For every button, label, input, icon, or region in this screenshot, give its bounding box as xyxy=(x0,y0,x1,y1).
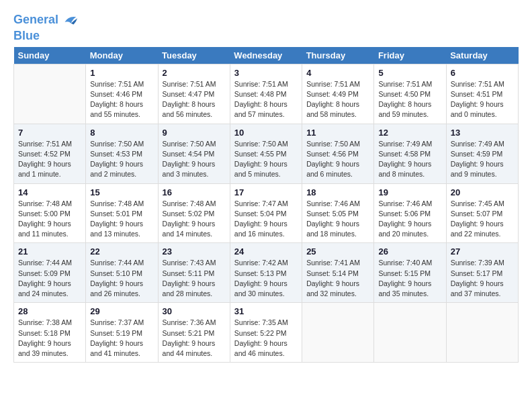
day-number: 18 xyxy=(306,187,369,197)
day-number: 21 xyxy=(18,246,81,257)
day-info: Sunrise: 7:48 AMSunset: 5:02 PMDaylight:… xyxy=(163,199,226,240)
day-number: 4 xyxy=(306,68,369,78)
day-number: 19 xyxy=(378,187,441,197)
calendar-cell: 22Sunrise: 7:44 AMSunset: 5:10 PMDayligh… xyxy=(86,243,158,303)
day-info: Sunrise: 7:43 AMSunset: 5:11 PMDaylight:… xyxy=(163,258,226,299)
day-number: 15 xyxy=(90,187,153,197)
day-info: Sunrise: 7:51 AMSunset: 4:48 PMDaylight:… xyxy=(234,79,298,120)
calendar-cell: 7Sunrise: 7:51 AMSunset: 4:52 PMDaylight… xyxy=(14,124,86,183)
day-info: Sunrise: 7:38 AMSunset: 5:18 PMDaylight:… xyxy=(18,318,81,359)
day-info: Sunrise: 7:50 AMSunset: 4:54 PMDaylight:… xyxy=(163,139,226,180)
day-number: 1 xyxy=(90,68,153,78)
day-info: Sunrise: 7:51 AMSunset: 4:51 PMDaylight:… xyxy=(451,79,514,120)
calendar-cell: 30Sunrise: 7:36 AMSunset: 5:21 PMDayligh… xyxy=(158,303,230,363)
day-info: Sunrise: 7:50 AMSunset: 4:56 PMDaylight:… xyxy=(306,139,369,180)
logo-text: General xyxy=(13,13,58,27)
day-info: Sunrise: 7:51 AMSunset: 4:50 PMDaylight:… xyxy=(378,79,441,120)
day-info: Sunrise: 7:50 AMSunset: 4:53 PMDaylight:… xyxy=(90,139,153,180)
day-info: Sunrise: 7:42 AMSunset: 5:13 PMDaylight:… xyxy=(234,258,298,299)
day-number: 3 xyxy=(234,68,298,78)
column-header-thursday: Thursday xyxy=(302,47,374,64)
page-container: General Blue SundayMondayTuesdayWednesda… xyxy=(0,0,532,369)
calendar-cell: 15Sunrise: 7:48 AMSunset: 5:01 PMDayligh… xyxy=(86,183,158,243)
column-header-sunday: Sunday xyxy=(14,47,86,64)
calendar-cell xyxy=(302,303,374,363)
day-info: Sunrise: 7:45 AMSunset: 5:07 PMDaylight:… xyxy=(451,199,514,240)
calendar-cell: 10Sunrise: 7:50 AMSunset: 4:55 PMDayligh… xyxy=(230,124,302,183)
day-info: Sunrise: 7:41 AMSunset: 5:14 PMDaylight:… xyxy=(306,258,369,299)
day-number: 10 xyxy=(234,128,298,138)
day-number: 16 xyxy=(163,187,226,197)
day-info: Sunrise: 7:39 AMSunset: 5:17 PMDaylight:… xyxy=(451,258,514,299)
calendar-cell xyxy=(446,303,518,363)
day-number: 24 xyxy=(234,246,298,257)
calendar-cell: 5Sunrise: 7:51 AMSunset: 4:50 PMDaylight… xyxy=(374,64,446,124)
day-info: Sunrise: 7:46 AMSunset: 5:05 PMDaylight:… xyxy=(306,199,369,240)
calendar-table: SundayMondayTuesdayWednesdayThursdayFrid… xyxy=(13,47,519,363)
week-row-1: 1Sunrise: 7:51 AMSunset: 4:46 PMDaylight… xyxy=(14,64,519,124)
week-row-5: 28Sunrise: 7:38 AMSunset: 5:18 PMDayligh… xyxy=(14,303,519,363)
day-number: 7 xyxy=(18,128,81,138)
calendar-cell: 9Sunrise: 7:50 AMSunset: 4:54 PMDaylight… xyxy=(158,124,230,183)
week-row-3: 14Sunrise: 7:48 AMSunset: 5:00 PMDayligh… xyxy=(14,183,519,243)
day-info: Sunrise: 7:37 AMSunset: 5:19 PMDaylight:… xyxy=(90,318,153,359)
column-header-wednesday: Wednesday xyxy=(230,47,302,64)
day-info: Sunrise: 7:51 AMSunset: 4:47 PMDaylight:… xyxy=(163,79,226,120)
calendar-cell: 12Sunrise: 7:49 AMSunset: 4:58 PMDayligh… xyxy=(374,124,446,183)
day-number: 14 xyxy=(18,187,81,197)
day-number: 12 xyxy=(378,128,441,138)
logo: General Blue xyxy=(13,11,79,43)
column-header-tuesday: Tuesday xyxy=(158,47,230,64)
week-row-2: 7Sunrise: 7:51 AMSunset: 4:52 PMDaylight… xyxy=(14,124,519,183)
day-number: 22 xyxy=(90,246,153,257)
day-number: 11 xyxy=(306,128,369,138)
calendar-cell: 13Sunrise: 7:49 AMSunset: 4:59 PMDayligh… xyxy=(446,124,518,183)
day-number: 28 xyxy=(18,306,81,316)
calendar-cell: 31Sunrise: 7:35 AMSunset: 5:22 PMDayligh… xyxy=(230,303,302,363)
calendar-cell: 14Sunrise: 7:48 AMSunset: 5:00 PMDayligh… xyxy=(14,183,86,243)
logo-bird-icon xyxy=(60,11,79,30)
header-row: SundayMondayTuesdayWednesdayThursdayFrid… xyxy=(14,47,519,64)
calendar-cell: 8Sunrise: 7:50 AMSunset: 4:53 PMDaylight… xyxy=(86,124,158,183)
day-number: 13 xyxy=(451,128,514,138)
day-info: Sunrise: 7:35 AMSunset: 5:22 PMDaylight:… xyxy=(234,318,298,359)
calendar-cell: 24Sunrise: 7:42 AMSunset: 5:13 PMDayligh… xyxy=(230,243,302,303)
week-row-4: 21Sunrise: 7:44 AMSunset: 5:09 PMDayligh… xyxy=(14,243,519,303)
calendar-cell: 28Sunrise: 7:38 AMSunset: 5:18 PMDayligh… xyxy=(14,303,86,363)
calendar-cell: 23Sunrise: 7:43 AMSunset: 5:11 PMDayligh… xyxy=(158,243,230,303)
calendar-cell: 11Sunrise: 7:50 AMSunset: 4:56 PMDayligh… xyxy=(302,124,374,183)
calendar-cell: 16Sunrise: 7:48 AMSunset: 5:02 PMDayligh… xyxy=(158,183,230,243)
calendar-cell: 29Sunrise: 7:37 AMSunset: 5:19 PMDayligh… xyxy=(86,303,158,363)
day-number: 9 xyxy=(163,128,226,138)
calendar-cell: 17Sunrise: 7:47 AMSunset: 5:04 PMDayligh… xyxy=(230,183,302,243)
day-number: 27 xyxy=(451,246,514,257)
column-header-saturday: Saturday xyxy=(446,47,518,64)
day-info: Sunrise: 7:48 AMSunset: 5:01 PMDaylight:… xyxy=(90,199,153,240)
day-number: 30 xyxy=(163,306,226,316)
logo-text2: Blue xyxy=(13,30,79,43)
day-info: Sunrise: 7:44 AMSunset: 5:10 PMDaylight:… xyxy=(90,258,153,299)
day-info: Sunrise: 7:44 AMSunset: 5:09 PMDaylight:… xyxy=(18,258,81,299)
calendar-cell: 2Sunrise: 7:51 AMSunset: 4:47 PMDaylight… xyxy=(158,64,230,124)
header: General Blue xyxy=(13,11,519,43)
calendar-cell: 6Sunrise: 7:51 AMSunset: 4:51 PMDaylight… xyxy=(446,64,518,124)
calendar-cell: 25Sunrise: 7:41 AMSunset: 5:14 PMDayligh… xyxy=(302,243,374,303)
day-number: 25 xyxy=(306,246,369,257)
calendar-cell: 18Sunrise: 7:46 AMSunset: 5:05 PMDayligh… xyxy=(302,183,374,243)
day-number: 26 xyxy=(378,246,441,257)
day-info: Sunrise: 7:40 AMSunset: 5:15 PMDaylight:… xyxy=(378,258,441,299)
day-number: 5 xyxy=(378,68,441,78)
day-number: 8 xyxy=(90,128,153,138)
day-number: 6 xyxy=(451,68,514,78)
day-number: 29 xyxy=(90,306,153,316)
day-info: Sunrise: 7:36 AMSunset: 5:21 PMDaylight:… xyxy=(163,318,226,359)
calendar-cell: 19Sunrise: 7:46 AMSunset: 5:06 PMDayligh… xyxy=(374,183,446,243)
day-info: Sunrise: 7:51 AMSunset: 4:49 PMDaylight:… xyxy=(306,79,369,120)
calendar-cell: 1Sunrise: 7:51 AMSunset: 4:46 PMDaylight… xyxy=(86,64,158,124)
day-info: Sunrise: 7:50 AMSunset: 4:55 PMDaylight:… xyxy=(234,139,298,180)
day-info: Sunrise: 7:51 AMSunset: 4:52 PMDaylight:… xyxy=(18,139,81,180)
day-info: Sunrise: 7:49 AMSunset: 4:59 PMDaylight:… xyxy=(451,139,514,180)
day-number: 20 xyxy=(451,187,514,197)
calendar-cell xyxy=(374,303,446,363)
calendar-cell xyxy=(14,64,86,124)
